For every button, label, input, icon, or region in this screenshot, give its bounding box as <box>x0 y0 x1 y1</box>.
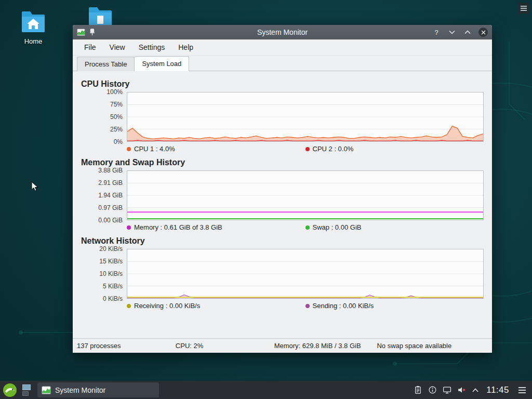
legend-receiving: Receiving : 0.00 KiB/s <box>127 302 305 310</box>
system-tray <box>414 385 479 394</box>
y-tick: 3.88 GiB <box>98 167 123 174</box>
y-tick: 100% <box>107 88 123 96</box>
digital-clock[interactable]: 11:45 <box>486 385 509 395</box>
cpu-history-chart <box>127 92 484 142</box>
memory-history-section: Memory and Swap History 3.88 GiB 2.91 Gi… <box>81 158 484 231</box>
tabbar: Process Table System Load <box>73 56 492 71</box>
network-history-chart <box>127 249 484 299</box>
y-tick: 75% <box>110 101 123 108</box>
legend-cpu2: CPU 2 : 0.0% <box>305 145 484 153</box>
y-tick: 2.91 GiB <box>98 179 123 187</box>
network-legend: Receiving : 0.00 KiB/s Sending : 0.00 Ki… <box>127 302 484 310</box>
mouse-cursor <box>31 181 38 192</box>
legend-dot-memory <box>127 225 131 230</box>
legend-dot-swap <box>305 225 310 230</box>
legend-dot-receiving <box>127 304 131 308</box>
y-tick: 0.97 GiB <box>98 204 123 211</box>
section-title-cpu: CPU History <box>81 79 484 89</box>
panel-overflow-menu-icon[interactable] <box>515 385 529 395</box>
help-button[interactable]: ? <box>432 28 441 37</box>
y-tick: 10 KiB/s <box>99 270 123 277</box>
network-history-section: Network History 20 KiB/s 15 KiB/s 10 KiB… <box>81 236 484 310</box>
statusbar: 137 processes CPU: 2% Memory: 629.8 MiB … <box>73 338 492 353</box>
chevron-up-icon <box>464 30 471 34</box>
status-swap: No swap space available <box>377 342 488 350</box>
y-tick: 0% <box>114 138 123 145</box>
volume-muted-icon[interactable] <box>457 385 466 394</box>
close-button[interactable] <box>478 28 488 37</box>
virtual-desktop-pager[interactable] <box>21 383 35 397</box>
memory-y-axis: 3.88 GiB 2.91 GiB 1.94 GiB 0.97 GiB 0.00… <box>81 170 127 220</box>
menubar: File View Settings Help <box>73 39 492 56</box>
y-tick: 5 KiB/s <box>103 283 123 290</box>
menu-file[interactable]: File <box>78 41 102 54</box>
menu-view[interactable]: View <box>103 41 131 54</box>
maximize-button[interactable] <box>463 28 472 37</box>
opensuse-logo-icon <box>3 383 17 397</box>
y-tick: 15 KiB/s <box>99 258 123 265</box>
display-icon[interactable] <box>443 385 451 394</box>
hamburger-icon <box>521 6 527 11</box>
y-tick: 0.00 GiB <box>98 217 123 224</box>
desktop: Home <box>0 0 532 399</box>
legend-label: Receiving : 0.00 KiB/s <box>134 302 200 310</box>
status-memory: Memory: 629.8 MiB / 3.8 GiB <box>274 342 377 350</box>
home-folder-icon <box>20 9 47 33</box>
legend-label: CPU 2 : 0.0% <box>313 145 354 153</box>
task-button-system-monitor[interactable]: System Monitor <box>37 382 159 397</box>
y-tick: 50% <box>110 113 123 121</box>
legend-cpu1: CPU 1 : 4.0% <box>127 145 305 153</box>
pin-icon[interactable] <box>89 29 96 36</box>
close-icon <box>481 30 486 35</box>
desktop-toolbox-button[interactable] <box>518 3 529 14</box>
tab-system-load[interactable]: System Load <box>134 56 189 71</box>
clipboard-icon[interactable] <box>414 385 422 394</box>
cpu-y-axis: 100% 75% 50% 25% 0% <box>81 92 127 142</box>
tab-process-table[interactable]: Process Table <box>77 57 135 71</box>
expand-tray-caret-up-icon[interactable] <box>472 388 479 393</box>
y-tick: 20 KiB/s <box>99 245 123 252</box>
cpu-legend: CPU 1 : 4.0% CPU 2 : 0.0% <box>127 145 484 153</box>
status-info-icon[interactable] <box>428 385 437 394</box>
system-monitor-window: System Monitor ? File View Settings Help <box>73 25 492 353</box>
legend-sending: Sending : 0.00 KiB/s <box>305 302 484 310</box>
desktop-icon-home[interactable]: Home <box>14 9 52 45</box>
legend-swap: Swap : 0.00 GiB <box>305 223 484 231</box>
desktop-icon-label: Home <box>14 37 52 45</box>
y-tick: 25% <box>110 126 123 133</box>
pager-desktop-2[interactable] <box>22 391 29 396</box>
status-processes: 137 processes <box>77 342 176 350</box>
application-launcher-button[interactable] <box>1 382 19 398</box>
network-y-axis: 20 KiB/s 15 KiB/s 10 KiB/s 5 KiB/s 0 KiB… <box>81 249 127 299</box>
pager-desktop-1[interactable] <box>22 384 31 390</box>
legend-label: CPU 1 : 4.0% <box>134 145 175 153</box>
app-icon <box>77 28 85 36</box>
task-app-icon <box>42 385 51 395</box>
status-cpu: CPU: 2% <box>176 342 274 350</box>
memory-history-chart <box>127 170 484 220</box>
minimize-button[interactable] <box>447 28 457 37</box>
section-title-memory: Memory and Swap History <box>81 158 484 167</box>
task-button-label: System Monitor <box>55 386 105 394</box>
legend-dot-sending <box>305 304 310 308</box>
legend-memory: Memory : 0.61 GiB of 3.8 GiB <box>127 223 305 231</box>
legend-label: Memory : 0.61 GiB of 3.8 GiB <box>134 223 222 231</box>
cpu-history-section: CPU History 100% 75% 50% 25% 0% CPU 1 : … <box>81 79 484 153</box>
y-tick: 1.94 GiB <box>98 192 123 199</box>
legend-label: Sending : 0.00 KiB/s <box>313 302 374 310</box>
section-title-network: Network History <box>81 236 484 246</box>
chevron-down-icon <box>449 30 455 34</box>
menu-help[interactable]: Help <box>172 41 200 54</box>
memory-legend: Memory : 0.61 GiB of 3.8 GiB Swap : 0.00… <box>127 223 484 231</box>
legend-dot-cpu2 <box>305 147 310 151</box>
y-tick: 0 KiB/s <box>103 295 123 302</box>
window-title: System Monitor <box>73 28 492 36</box>
taskbar: System Monitor <box>0 381 532 399</box>
menu-settings[interactable]: Settings <box>132 41 171 54</box>
legend-label: Swap : 0.00 GiB <box>313 223 362 231</box>
system-load-page: CPU History 100% 75% 50% 25% 0% CPU 1 : … <box>73 71 492 338</box>
legend-dot-cpu1 <box>127 147 131 151</box>
titlebar[interactable]: System Monitor ? <box>73 25 492 39</box>
